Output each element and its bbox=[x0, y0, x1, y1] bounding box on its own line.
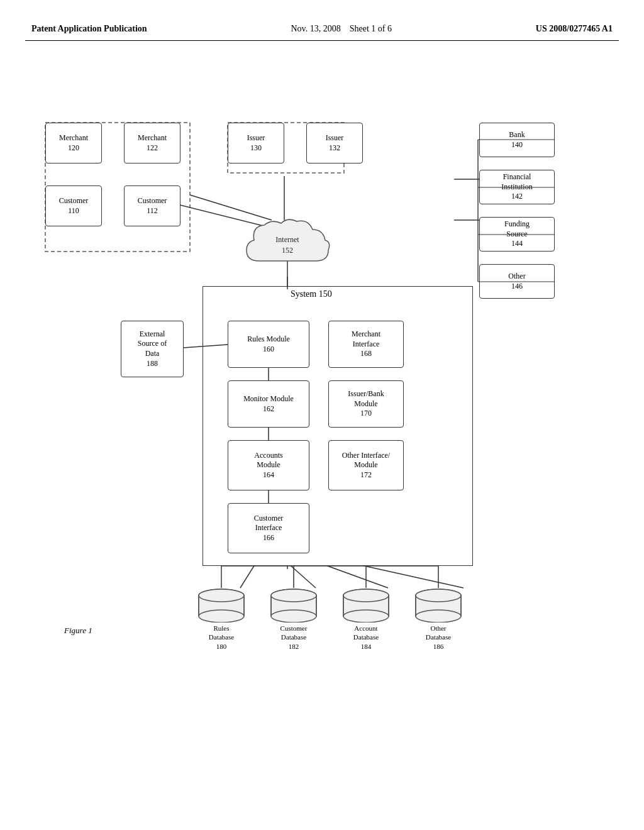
svg-point-42 bbox=[416, 610, 461, 622]
svg-line-11 bbox=[350, 563, 464, 588]
header-right: US 2008/0277465 A1 bbox=[536, 24, 613, 34]
header-left: Patent Application Publication bbox=[31, 24, 147, 34]
external-source-188: External Source of Data 188 bbox=[121, 321, 184, 377]
customer-112: Customer 112 bbox=[124, 185, 180, 226]
svg-line-10 bbox=[319, 563, 388, 588]
svg-point-36 bbox=[343, 610, 389, 622]
svg-point-43 bbox=[416, 589, 461, 602]
bank-140: Bank 140 bbox=[479, 123, 555, 157]
page: Patent Application Publication Nov. 13, … bbox=[0, 0, 644, 830]
accounts-module-164: Accounts Module 164 bbox=[228, 440, 309, 490]
svg-point-31 bbox=[271, 589, 316, 602]
svg-point-37 bbox=[343, 589, 389, 602]
rules-db-180: Rules Database 180 bbox=[196, 588, 247, 651]
other-interface-module-172: Other Interface/ Module 172 bbox=[328, 440, 404, 490]
diagram: . . . . . . . . . Merchant 120 Merchant … bbox=[26, 60, 618, 751]
issuer-132: Issuer 132 bbox=[306, 123, 363, 163]
merchant-120: Merchant 120 bbox=[45, 123, 102, 163]
customer-db-182: Customer Database 182 bbox=[269, 588, 319, 651]
monitor-module-162: Monitor Module 162 bbox=[228, 380, 309, 428]
merchant-122: Merchant 122 bbox=[124, 123, 180, 163]
svg-line-9 bbox=[287, 563, 316, 588]
figure-label: Figure 1 bbox=[64, 626, 92, 636]
svg-text:Internet: Internet bbox=[275, 235, 299, 244]
issuer-130: Issuer 130 bbox=[228, 123, 284, 163]
customer-110: Customer 110 bbox=[45, 185, 102, 226]
account-db-184: Account Database 184 bbox=[341, 588, 391, 651]
page-header: Patent Application Publication Nov. 13, … bbox=[25, 13, 619, 41]
funding-source-144: Funding Source 144 bbox=[479, 217, 555, 252]
merchant-interface-168: Merchant Interface 168 bbox=[328, 321, 404, 368]
other-db-186: Other Database 186 bbox=[413, 588, 464, 651]
financial-institution-142: Financial Institution 142 bbox=[479, 170, 555, 204]
other-146: Other 146 bbox=[479, 264, 555, 299]
header-center: Nov. 13, 2008 Sheet 1 of 6 bbox=[291, 24, 391, 34]
issuer-bank-module-170: Issuer/Bank Module 170 bbox=[328, 380, 404, 428]
svg-line-8 bbox=[240, 563, 256, 588]
customer-interface-166: Customer Interface 166 bbox=[228, 503, 309, 553]
internet-cloud: Internet 152 bbox=[240, 214, 335, 277]
system-150-label: System 150 bbox=[291, 289, 332, 299]
svg-point-30 bbox=[271, 610, 316, 622]
rules-module-160: Rules Module 160 bbox=[228, 321, 309, 368]
svg-text:152: 152 bbox=[282, 246, 293, 255]
svg-point-24 bbox=[199, 610, 244, 622]
svg-point-25 bbox=[199, 589, 244, 602]
